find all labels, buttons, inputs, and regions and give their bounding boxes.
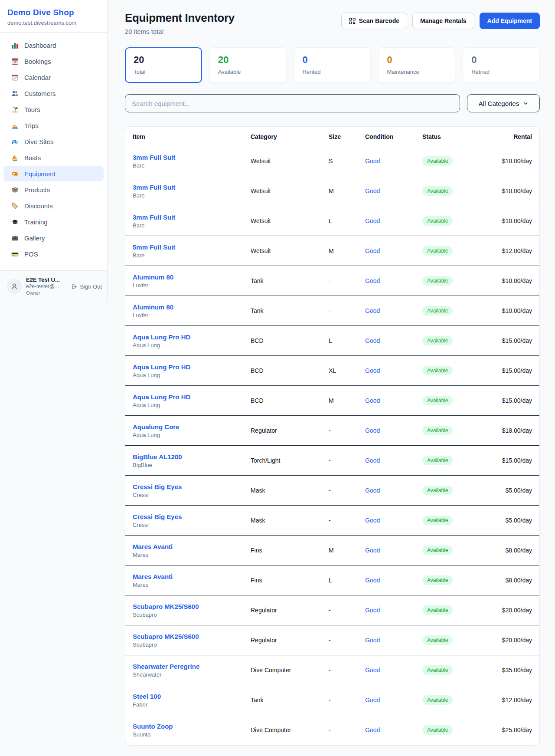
category-cell: Fins bbox=[247, 536, 325, 565]
person-icon bbox=[10, 283, 18, 290]
item-name-link[interactable]: Scubapro MK25/S600 bbox=[133, 603, 244, 610]
condition-link[interactable]: Good bbox=[365, 277, 380, 284]
condition-link[interactable]: Good bbox=[365, 247, 380, 254]
sidebar-item-products[interactable]: Products bbox=[3, 182, 104, 197]
condition-link[interactable]: Good bbox=[365, 337, 380, 344]
item-name-link[interactable]: BigBlue AL1200 bbox=[133, 453, 244, 460]
condition-link[interactable]: Good bbox=[365, 427, 380, 434]
sidebar-item-discounts[interactable]: Discounts bbox=[3, 198, 104, 214]
item-name-link[interactable]: Aqua Lung Pro HD bbox=[133, 393, 244, 401]
sidebar-item-label: POS bbox=[24, 250, 38, 258]
page-header: Equipment Inventory 20 items total Scan … bbox=[125, 11, 540, 35]
condition-link[interactable]: Good bbox=[365, 517, 380, 524]
item-cell: 3mm Full SuitBare bbox=[125, 206, 247, 236]
sidebar-item-gallery[interactable]: Gallery bbox=[3, 230, 104, 246]
item-name-link[interactable]: Mares Avanti bbox=[133, 573, 244, 580]
stat-card-retired[interactable]: 0Retired bbox=[463, 47, 540, 83]
item-name-link[interactable]: Aqualung Core bbox=[133, 423, 244, 431]
item-name-link[interactable]: Aqua Lung Pro HD bbox=[133, 363, 244, 371]
stat-label: Maintenance bbox=[387, 69, 447, 75]
item-cell: Aqua Lung Pro HDAqua Lung bbox=[125, 356, 247, 386]
condition-link[interactable]: Good bbox=[365, 457, 380, 464]
condition-link[interactable]: Good bbox=[365, 547, 380, 554]
manage-rentals-button[interactable]: Manage Rentals bbox=[412, 13, 474, 29]
sidebar-item-calendar[interactable]: Calendar bbox=[3, 70, 104, 85]
sailboat-icon bbox=[11, 154, 19, 161]
condition-link[interactable]: Good bbox=[365, 158, 380, 164]
item-name-link[interactable]: Suunto Zoop bbox=[133, 723, 244, 730]
condition-cell: Good bbox=[362, 446, 419, 476]
stat-card-maintenance[interactable]: 0Maintenance bbox=[378, 47, 455, 83]
sign-out-button[interactable]: Sign Out bbox=[71, 283, 102, 290]
item-cell: Suunto ZoopSuunto bbox=[125, 715, 247, 745]
stat-card-available[interactable]: 20Available bbox=[209, 47, 287, 83]
scan-barcode-label: Scan Barcode bbox=[359, 17, 399, 24]
sidebar-item-boats[interactable]: Boats bbox=[3, 150, 104, 165]
condition-cell: Good bbox=[362, 386, 419, 416]
sidebar-item-equipment[interactable]: Equipment bbox=[3, 166, 104, 181]
stat-card-total[interactable]: 20Total bbox=[125, 47, 202, 83]
category-cell: Wetsuit bbox=[247, 206, 325, 236]
item-name-link[interactable]: Aluminum 80 bbox=[133, 303, 244, 311]
condition-cell: Good bbox=[362, 296, 419, 326]
category-filter-select[interactable]: All Categories bbox=[467, 94, 540, 112]
sidebar-item-trips[interactable]: Trips bbox=[3, 118, 104, 133]
condition-link[interactable]: Good bbox=[365, 726, 380, 733]
condition-link[interactable]: Good bbox=[365, 637, 380, 644]
sidebar-item-label: Tours bbox=[24, 106, 40, 113]
item-cell: Aluminum 80Luxfer bbox=[125, 296, 247, 326]
grad-cap-icon bbox=[11, 218, 19, 226]
brand-title[interactable]: Demo Dive Shop bbox=[7, 8, 100, 17]
item-name-link[interactable]: Cressi Big Eyes bbox=[133, 483, 244, 490]
size-cell: M bbox=[325, 176, 362, 206]
item-name-link[interactable]: Aluminum 80 bbox=[133, 273, 244, 281]
item-name-link[interactable]: 3mm Full Suit bbox=[133, 214, 244, 221]
condition-link[interactable]: Good bbox=[365, 187, 380, 194]
status-badge: Available bbox=[422, 306, 453, 316]
search-input[interactable] bbox=[125, 94, 460, 112]
condition-link[interactable]: Good bbox=[365, 607, 380, 614]
sidebar-nav: Dashboard17BookingsCalendarCustomersTour… bbox=[0, 33, 107, 264]
sidebar-item-pos[interactable]: POS bbox=[3, 247, 104, 262]
category-filter-value: All Categories bbox=[479, 100, 519, 107]
item-name-link[interactable]: Mares Avanti bbox=[133, 543, 244, 550]
condition-cell: Good bbox=[362, 565, 419, 595]
rental-cell: $18.00/day bbox=[489, 416, 539, 446]
condition-link[interactable]: Good bbox=[365, 697, 380, 703]
condition-link[interactable]: Good bbox=[365, 397, 380, 404]
sidebar-item-customers[interactable]: Customers bbox=[3, 86, 104, 101]
sidebar-item-dive-sites[interactable]: Dive Sites bbox=[3, 134, 104, 149]
sidebar-item-bookings[interactable]: 17Bookings bbox=[3, 54, 104, 69]
category-cell: Regulator bbox=[247, 625, 325, 655]
condition-link[interactable]: Good bbox=[365, 577, 380, 584]
condition-link[interactable]: Good bbox=[365, 307, 380, 314]
sidebar-item-dashboard[interactable]: Dashboard bbox=[3, 38, 104, 53]
condition-link[interactable]: Good bbox=[365, 367, 380, 374]
condition-cell: Good bbox=[362, 416, 419, 446]
size-cell: L bbox=[325, 326, 362, 356]
add-equipment-button[interactable]: Add Equipment bbox=[480, 13, 540, 29]
sidebar-item-tours[interactable]: Tours bbox=[3, 102, 104, 117]
item-name-link[interactable]: Scubapro MK25/S600 bbox=[133, 633, 244, 640]
condition-link[interactable]: Good bbox=[365, 217, 380, 224]
scan-barcode-button[interactable]: Scan Barcode bbox=[341, 13, 407, 29]
column-header-item: Item bbox=[125, 127, 247, 146]
sidebar-item-training[interactable]: Training bbox=[3, 214, 104, 230]
stat-value: 0 bbox=[387, 54, 447, 66]
item-name-link[interactable]: 3mm Full Suit bbox=[133, 154, 244, 161]
condition-link[interactable]: Good bbox=[365, 487, 380, 494]
stat-card-rented[interactable]: 0Rented bbox=[294, 47, 371, 83]
page-header-text: Equipment Inventory 20 items total bbox=[125, 11, 235, 35]
filter-row: All Categories bbox=[125, 94, 540, 112]
item-name-link[interactable]: Steel 100 bbox=[133, 693, 244, 700]
item-name-link[interactable]: Aqua Lung Pro HD bbox=[133, 333, 244, 341]
condition-cell: Good bbox=[362, 595, 419, 625]
item-name-link[interactable]: 5mm Full Suit bbox=[133, 243, 244, 251]
condition-link[interactable]: Good bbox=[365, 667, 380, 674]
sidebar-item-label: Boats bbox=[24, 154, 41, 161]
item-name-link[interactable]: Cressi Big Eyes bbox=[133, 513, 244, 520]
condition-cell: Good bbox=[362, 536, 419, 565]
size-cell: - bbox=[325, 266, 362, 296]
item-name-link[interactable]: Shearwater Peregrine bbox=[133, 663, 244, 670]
item-name-link[interactable]: 3mm Full Suit bbox=[133, 184, 244, 191]
